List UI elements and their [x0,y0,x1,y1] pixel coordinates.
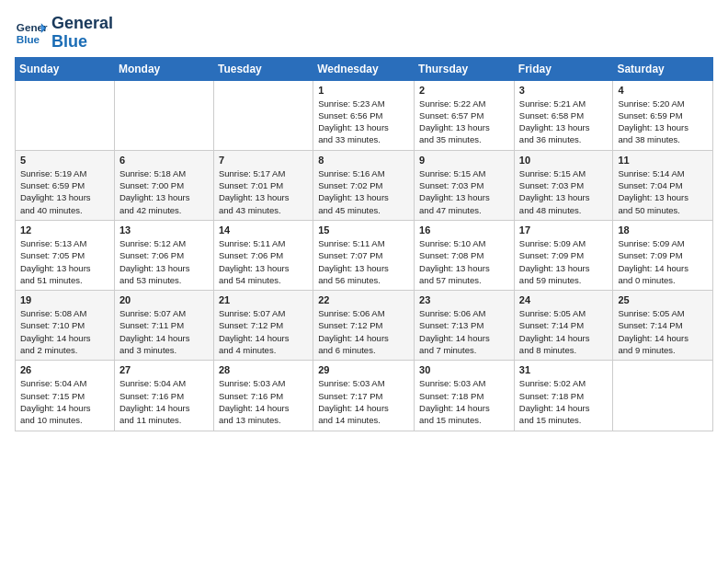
day-number: 30 [419,364,509,375]
calendar-cell [114,80,213,150]
calendar-cell: 8Sunrise: 5:16 AM Sunset: 7:02 PM Daylig… [313,150,415,220]
day-number: 16 [419,224,509,236]
calendar-cell: 12Sunrise: 5:13 AM Sunset: 7:05 PM Dayli… [16,220,115,290]
calendar-week-4: 19Sunrise: 5:08 AM Sunset: 7:10 PM Dayli… [16,291,713,361]
day-info: Sunrise: 5:12 AM Sunset: 7:06 PM Dayligh… [119,237,209,286]
calendar-cell: 9Sunrise: 5:15 AM Sunset: 7:03 PM Daylig… [415,150,515,220]
day-info: Sunrise: 5:09 AM Sunset: 7:09 PM Dayligh… [519,237,609,286]
day-number: 6 [119,155,209,166]
day-info: Sunrise: 5:17 AM Sunset: 7:01 PM Dayligh… [219,167,308,216]
calendar-cell: 22Sunrise: 5:06 AM Sunset: 7:12 PM Dayli… [313,291,415,361]
day-number: 22 [318,294,409,305]
day-number: 2 [419,85,509,96]
day-number: 14 [219,224,308,236]
day-number: 23 [419,294,509,305]
day-number: 19 [20,294,109,305]
calendar-cell: 21Sunrise: 5:07 AM Sunset: 7:12 PM Dayli… [213,291,313,361]
day-number: 27 [119,364,209,375]
day-number: 18 [618,224,708,236]
day-info: Sunrise: 5:11 AM Sunset: 7:07 PM Dayligh… [318,237,409,286]
page-header: General Blue General Blue [15,15,713,52]
day-number: 5 [20,155,109,166]
day-number: 20 [119,294,209,305]
column-header-wednesday: Wednesday [313,57,415,80]
calendar-cell: 20Sunrise: 5:07 AM Sunset: 7:11 PM Dayli… [114,291,213,361]
day-number: 8 [318,155,409,166]
day-number: 28 [219,364,308,375]
calendar-cell: 1Sunrise: 5:23 AM Sunset: 6:56 PM Daylig… [313,80,415,150]
day-info: Sunrise: 5:22 AM Sunset: 6:57 PM Dayligh… [419,98,509,146]
calendar-header-row: SundayMondayTuesdayWednesdayThursdayFrid… [16,57,713,80]
day-number: 31 [519,364,609,375]
day-info: Sunrise: 5:03 AM Sunset: 7:16 PM Dayligh… [219,377,308,426]
calendar-cell: 5Sunrise: 5:19 AM Sunset: 6:59 PM Daylig… [16,150,115,220]
day-info: Sunrise: 5:08 AM Sunset: 7:10 PM Dayligh… [20,307,109,356]
calendar-cell: 13Sunrise: 5:12 AM Sunset: 7:06 PM Dayli… [114,220,213,290]
day-number: 15 [318,224,409,236]
day-number: 9 [419,155,509,166]
column-header-monday: Monday [114,57,213,80]
day-number: 25 [618,294,708,305]
day-number: 12 [20,224,109,236]
calendar-cell [213,80,313,150]
calendar-cell: 14Sunrise: 5:11 AM Sunset: 7:06 PM Dayli… [213,220,313,290]
calendar-cell: 31Sunrise: 5:02 AM Sunset: 7:18 PM Dayli… [514,361,613,431]
calendar-cell: 6Sunrise: 5:18 AM Sunset: 7:00 PM Daylig… [114,150,213,220]
calendar-cell: 15Sunrise: 5:11 AM Sunset: 7:07 PM Dayli… [313,220,415,290]
calendar-cell: 25Sunrise: 5:05 AM Sunset: 7:14 PM Dayli… [613,291,713,361]
calendar-cell [613,361,713,431]
day-number: 13 [119,224,209,236]
day-info: Sunrise: 5:03 AM Sunset: 7:17 PM Dayligh… [318,377,409,426]
calendar-cell: 26Sunrise: 5:04 AM Sunset: 7:15 PM Dayli… [16,361,115,431]
day-info: Sunrise: 5:14 AM Sunset: 7:04 PM Dayligh… [618,167,708,216]
day-number: 4 [618,85,708,96]
calendar-cell: 7Sunrise: 5:17 AM Sunset: 7:01 PM Daylig… [213,150,313,220]
day-info: Sunrise: 5:18 AM Sunset: 7:00 PM Dayligh… [119,167,209,216]
day-number: 17 [519,224,609,236]
day-info: Sunrise: 5:15 AM Sunset: 7:03 PM Dayligh… [419,167,509,216]
logo: General Blue General Blue [15,15,113,52]
calendar-cell: 16Sunrise: 5:10 AM Sunset: 7:08 PM Dayli… [415,220,515,290]
calendar-cell: 19Sunrise: 5:08 AM Sunset: 7:10 PM Dayli… [16,291,115,361]
calendar-cell: 18Sunrise: 5:09 AM Sunset: 7:09 PM Dayli… [613,220,713,290]
calendar-cell: 4Sunrise: 5:20 AM Sunset: 6:59 PM Daylig… [613,80,713,150]
calendar-cell: 3Sunrise: 5:21 AM Sunset: 6:58 PM Daylig… [514,80,613,150]
day-info: Sunrise: 5:07 AM Sunset: 7:12 PM Dayligh… [219,307,308,356]
day-number: 24 [519,294,609,305]
calendar-week-1: 1Sunrise: 5:23 AM Sunset: 6:56 PM Daylig… [16,80,713,150]
day-info: Sunrise: 5:07 AM Sunset: 7:11 PM Dayligh… [119,307,209,356]
day-info: Sunrise: 5:02 AM Sunset: 7:18 PM Dayligh… [519,377,609,426]
day-info: Sunrise: 5:10 AM Sunset: 7:08 PM Dayligh… [419,237,509,286]
day-info: Sunrise: 5:04 AM Sunset: 7:16 PM Dayligh… [119,377,209,426]
calendar-cell: 30Sunrise: 5:03 AM Sunset: 7:18 PM Dayli… [415,361,515,431]
calendar-week-2: 5Sunrise: 5:19 AM Sunset: 6:59 PM Daylig… [16,150,713,220]
day-number: 1 [318,85,409,96]
calendar-cell: 11Sunrise: 5:14 AM Sunset: 7:04 PM Dayli… [613,150,713,220]
day-number: 26 [20,364,109,375]
column-header-tuesday: Tuesday [213,57,313,80]
logo-icon: General Blue [15,17,48,50]
day-info: Sunrise: 5:06 AM Sunset: 7:12 PM Dayligh… [318,307,409,356]
day-info: Sunrise: 5:05 AM Sunset: 7:14 PM Dayligh… [519,307,609,356]
calendar-cell: 29Sunrise: 5:03 AM Sunset: 7:17 PM Dayli… [313,361,415,431]
day-number: 10 [519,155,609,166]
calendar-cell: 23Sunrise: 5:06 AM Sunset: 7:13 PM Dayli… [415,291,515,361]
day-info: Sunrise: 5:09 AM Sunset: 7:09 PM Dayligh… [618,237,708,286]
svg-text:Blue: Blue [17,33,40,45]
calendar-cell: 17Sunrise: 5:09 AM Sunset: 7:09 PM Dayli… [514,220,613,290]
day-info: Sunrise: 5:06 AM Sunset: 7:13 PM Dayligh… [419,307,509,356]
day-info: Sunrise: 5:21 AM Sunset: 6:58 PM Dayligh… [519,98,609,146]
day-info: Sunrise: 5:19 AM Sunset: 6:59 PM Dayligh… [20,167,109,216]
day-number: 3 [519,85,609,96]
day-info: Sunrise: 5:11 AM Sunset: 7:06 PM Dayligh… [219,237,308,286]
day-info: Sunrise: 5:04 AM Sunset: 7:15 PM Dayligh… [20,377,109,426]
logo-text: General Blue [51,15,113,52]
calendar-cell [16,80,115,150]
calendar-table: SundayMondayTuesdayWednesdayThursdayFrid… [15,57,713,431]
day-info: Sunrise: 5:13 AM Sunset: 7:05 PM Dayligh… [20,237,109,286]
column-header-friday: Friday [514,57,613,80]
day-number: 7 [219,155,308,166]
day-info: Sunrise: 5:16 AM Sunset: 7:02 PM Dayligh… [318,167,409,216]
calendar-cell: 10Sunrise: 5:15 AM Sunset: 7:03 PM Dayli… [514,150,613,220]
column-header-saturday: Saturday [613,57,713,80]
